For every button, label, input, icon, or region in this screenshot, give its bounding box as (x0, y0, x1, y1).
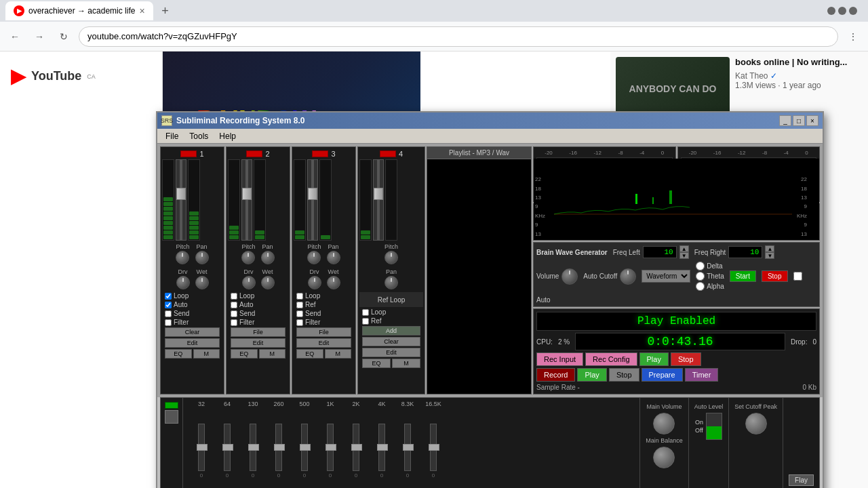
back-button[interactable]: ← (5, 27, 24, 46)
ch4-ref-check[interactable] (362, 318, 369, 325)
bwg-freq-right-up[interactable]: ▲ (765, 245, 774, 252)
ch2-auto-check[interactable] (231, 302, 237, 308)
ch2-wet-knob[interactable] (261, 276, 275, 289)
eq-slider-thumb-6[interactable] (326, 444, 336, 451)
ch1-send-check[interactable] (165, 310, 172, 317)
bwg-alpha-radio[interactable] (696, 282, 705, 291)
ch1-edit-btn[interactable]: Edit (165, 338, 220, 348)
ch2-pitch-knob[interactable] (241, 251, 255, 264)
menu-file[interactable]: File (160, 130, 184, 142)
eq-slider-thumb-2[interactable] (222, 444, 233, 451)
ch4-eq-btn[interactable]: EQ (362, 359, 391, 368)
bwg-auto-check[interactable] (793, 272, 802, 281)
set-cutoff-knob[interactable] (745, 413, 767, 434)
forward-button[interactable]: → (30, 27, 49, 46)
bwg-freq-right-down[interactable]: ▼ (765, 252, 774, 259)
ch4-pan-knob[interactable] (384, 276, 398, 289)
bwg-freq-left-up[interactable]: ▲ (679, 245, 689, 252)
main-balance-knob[interactable] (653, 447, 675, 468)
ch3-filter-check[interactable] (296, 319, 303, 326)
ch3-pan-knob[interactable] (327, 251, 340, 264)
ch1-wet-knob[interactable] (195, 276, 209, 289)
ch3-send-check[interactable] (296, 310, 303, 317)
ch3-ref-check[interactable] (296, 302, 303, 308)
ch4-loop-check[interactable] (362, 309, 369, 316)
maximize-button[interactable] (838, 7, 846, 15)
eq-slider-thumb-9[interactable] (403, 444, 414, 451)
bwg-waveform-select[interactable]: Waveform (642, 270, 690, 283)
rec-config-btn[interactable]: Rec Config (585, 352, 637, 366)
bwg-autocutoff-knob[interactable] (620, 268, 636, 285)
ch3-file-btn[interactable]: File (296, 327, 351, 337)
prepare-btn[interactable]: Prepare (642, 368, 683, 382)
eq-slider-thumb-8[interactable] (377, 444, 388, 451)
bwg-start-btn[interactable]: Start (730, 270, 756, 282)
ch2-filter-check[interactable] (231, 319, 237, 326)
close-button[interactable] (849, 7, 857, 15)
extensions-button[interactable]: ⋮ (844, 27, 863, 46)
eq-slider-thumb-5[interactable] (300, 444, 311, 451)
stop2-btn[interactable]: Stop (609, 368, 639, 382)
ch4-clear-btn[interactable]: Clear (362, 337, 420, 346)
sw-close[interactable]: × (806, 115, 818, 126)
timer-btn[interactable]: Timer (685, 368, 719, 382)
ch3-pitch-knob[interactable] (307, 251, 321, 264)
ch2-drv-knob[interactable] (242, 276, 256, 289)
address-bar[interactable] (79, 26, 838, 47)
ch3-fader[interactable] (307, 159, 318, 241)
close-tab-button[interactable]: × (139, 5, 144, 16)
play-btn[interactable]: Play (639, 352, 669, 366)
new-tab-button[interactable]: + (156, 1, 175, 20)
main-volume-knob[interactable] (653, 413, 675, 434)
youtube-logo[interactable]: ▶ YouTube CA (0, 57, 162, 96)
ch4-add-btn[interactable]: Add (362, 326, 420, 336)
flay-btn[interactable]: Flay (789, 474, 814, 486)
minimize-button[interactable] (827, 7, 835, 15)
ch1-drv-knob[interactable] (176, 276, 190, 289)
record-btn[interactable]: Record (536, 368, 575, 382)
ch2-pan-knob[interactable] (261, 251, 275, 264)
eq-power-btn[interactable] (165, 410, 178, 424)
play2-btn[interactable]: Play (577, 368, 606, 382)
bwg-theta-radio[interactable] (696, 272, 705, 281)
ch2-send-check[interactable] (231, 310, 237, 317)
ch3-drv-knob[interactable] (308, 276, 321, 289)
bwg-delta-radio[interactable] (696, 262, 705, 270)
eq-slider-thumb-1[interactable] (197, 444, 208, 451)
ch2-eq-btn[interactable]: EQ (231, 349, 258, 359)
ch2-m-btn[interactable]: M (259, 349, 286, 359)
ch2-fader[interactable] (241, 159, 252, 241)
eq-slider-thumb-10[interactable] (429, 444, 439, 451)
sw-maximize[interactable]: □ (793, 115, 805, 126)
sw-minimize[interactable]: _ (779, 115, 791, 126)
ch1-filter-check[interactable] (165, 319, 172, 326)
ch2-file-btn[interactable]: File (231, 327, 285, 337)
ch4-m-btn[interactable]: M (392, 359, 420, 368)
menu-tools[interactable]: Tools (184, 130, 214, 142)
bwg-stop-btn[interactable]: Stop (762, 270, 788, 282)
ch1-pan-knob[interactable] (195, 251, 209, 264)
ch1-m-btn[interactable]: M (193, 349, 220, 359)
menu-help[interactable]: Help (214, 130, 241, 142)
eq-slider-thumb-3[interactable] (248, 444, 259, 451)
ch3-wet-knob[interactable] (327, 276, 340, 289)
ch2-loop-check[interactable] (231, 293, 237, 300)
ch3-m-btn[interactable]: M (325, 349, 352, 359)
ch3-edit-btn[interactable]: Edit (296, 338, 351, 348)
reload-button[interactable]: ↻ (54, 27, 73, 46)
ch1-fader[interactable] (176, 159, 186, 241)
stop-btn[interactable]: Stop (671, 352, 701, 366)
ch1-loop-check[interactable] (165, 293, 172, 300)
ch4-pitch-knob[interactable] (384, 251, 398, 264)
eq-slider-thumb-4[interactable] (274, 444, 285, 451)
bwg-freq-left-down[interactable]: ▼ (679, 252, 689, 259)
rec-input-btn[interactable]: Rec Input (536, 352, 583, 366)
ch2-edit-btn[interactable]: Edit (231, 338, 285, 348)
ch4-fader[interactable] (373, 159, 384, 241)
ch1-clear-btn[interactable]: Clear (165, 327, 220, 337)
ch1-auto-check[interactable] (165, 302, 172, 308)
ch1-eq-btn[interactable]: EQ (165, 349, 192, 359)
ch3-loop-check[interactable] (296, 293, 303, 300)
ch3-eq-btn[interactable]: EQ (296, 349, 323, 359)
ch1-pitch-knob[interactable] (176, 251, 189, 264)
